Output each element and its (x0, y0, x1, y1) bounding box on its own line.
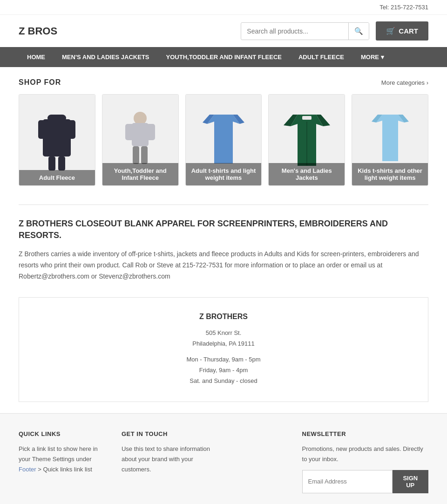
svg-marker-12 (207, 115, 240, 163)
svg-rect-18 (302, 116, 312, 120)
product-card-adult-tshirts[interactable]: Adult t-shirts and light weight items (185, 94, 262, 186)
site-logo[interactable]: Z BROS (19, 25, 57, 37)
nav-home[interactable]: HOME (19, 47, 54, 67)
footer-link[interactable]: Footer (19, 466, 36, 473)
footer-newsletter: NEWSLETTER Promotions, new products and … (302, 430, 428, 493)
promo-section: Z BROTHERS CLOSEOUT BLANK APPAREL FOR SC… (19, 204, 428, 282)
nav-more[interactable]: MORE ▾ (352, 47, 393, 67)
product-card-label-mens-jackets: Men's and Ladies Jackets (269, 163, 345, 185)
main-content: SHOP FOR More categories › Adult Fleece (0, 67, 447, 413)
product-card-mens-jackets[interactable]: Men's and Ladies Jackets (268, 94, 345, 186)
shop-for-section: SHOP FOR More categories › Adult Fleece (19, 78, 428, 186)
footer: QUICK LINKS Pick a link list to show her… (0, 413, 447, 504)
svg-rect-11 (141, 146, 148, 164)
newsletter-email-input[interactable] (302, 470, 393, 493)
product-card-label-kids-tshirts: Kids t-shirts and other light weight ite… (352, 163, 428, 185)
cart-label: CART (399, 27, 418, 35)
product-card-kids-tshirts[interactable]: Kids t-shirts and other light weight ite… (352, 94, 428, 186)
search-box: 🔍 (241, 22, 369, 40)
svg-rect-5 (58, 157, 65, 170)
footer-columns: QUICK LINKS Pick a link list to show her… (19, 430, 428, 493)
top-bar: Tel: 215-722-7531 (0, 0, 447, 15)
svg-marker-20 (376, 115, 404, 161)
cart-icon: 🛒 (386, 27, 395, 35)
svg-rect-2 (38, 120, 47, 139)
footer-info-box: Z BROTHERS 505 Knorr St. Philadelphia, P… (19, 297, 428, 402)
nav-mens-ladies[interactable]: MEN'S AND LADIES JACKETS (54, 47, 158, 67)
svg-rect-4 (48, 157, 55, 170)
get-in-touch-text: Use this text to share information about… (122, 444, 223, 475)
more-categories-link[interactable]: More categories › (381, 79, 428, 86)
search-button[interactable]: 🔍 (348, 23, 369, 40)
footer-info-address1: 505 Knorr St. (38, 327, 409, 338)
svg-rect-3 (66, 120, 75, 139)
quick-links-text: Pick a link list to show here in your Th… (19, 444, 103, 475)
get-in-touch-title: GET IN TOUCH (122, 430, 223, 437)
footer-info-hours-2: Friday, 9am - 4pm (38, 365, 409, 375)
promo-title: Z BROTHERS CLOSEOUT BLANK APPAREL FOR SC… (19, 218, 428, 241)
quick-links-title: QUICK LINKS (19, 430, 103, 437)
product-grid: Adult Fleece Youth,Toddler and Infant Fl… (19, 94, 428, 186)
quick-links-desc: Pick a link list to show here in your Th… (19, 445, 98, 463)
footer-quick-links: QUICK LINKS Pick a link list to show her… (19, 430, 103, 493)
newsletter-text: Promotions, new products and sales. Dire… (302, 444, 428, 464)
product-card-label-adult-fleece: Adult Fleece (19, 170, 95, 185)
header-right: 🔍 🛒 CART (241, 21, 428, 41)
shop-for-header: SHOP FOR More categories › (19, 78, 428, 87)
product-card-label-adult-tshirts: Adult t-shirts and light weight items (186, 163, 262, 185)
footer-info-hours-3: Sat. and Sunday - closed (38, 375, 409, 386)
footer-get-in-touch: GET IN TOUCH Use this text to share info… (122, 430, 223, 493)
search-input[interactable] (241, 23, 348, 39)
newsletter-title: NEWSLETTER (302, 430, 428, 437)
footer-info-hours-1: Mon - Thursday, 9am - 5pm (38, 354, 409, 365)
nav-adult-fleece[interactable]: ADULT FLEECE (290, 47, 352, 67)
svg-rect-9 (147, 124, 155, 140)
svg-rect-7 (132, 123, 149, 146)
cart-button[interactable]: 🛒 CART (376, 21, 428, 41)
product-card-label-youth: Youth,Toddler and Infant Fleece (102, 163, 178, 185)
newsletter-input-row: SIGN UP (302, 470, 428, 493)
shop-for-title: SHOP FOR (19, 78, 61, 87)
product-card-youth[interactable]: Youth,Toddler and Infant Fleece (102, 94, 179, 186)
svg-rect-10 (133, 146, 139, 164)
footer-info-address2: Philadelphia, PA 19111 (38, 338, 409, 349)
header: Z BROS 🔍 🛒 CART (0, 15, 447, 47)
svg-point-6 (134, 112, 147, 125)
footer-info-name: Z BROTHERS (38, 313, 409, 321)
newsletter-signup-button[interactable]: SIGN UP (393, 470, 428, 493)
quick-links-desc2: > Quick links link list (36, 466, 92, 473)
product-card-adult-fleece[interactable]: Adult Fleece (19, 94, 95, 186)
main-nav: HOME MEN'S AND LADIES JACKETS YOUTH,TODD… (0, 47, 447, 67)
nav-youth-fleece[interactable]: YOUTH,TODDLER AND INFANT FLEECE (158, 47, 290, 67)
phone-number: Tel: 215-722-7531 (379, 4, 428, 11)
promo-text: Z Brothers carries a wide inventory of o… (19, 249, 428, 282)
svg-rect-8 (125, 124, 134, 140)
